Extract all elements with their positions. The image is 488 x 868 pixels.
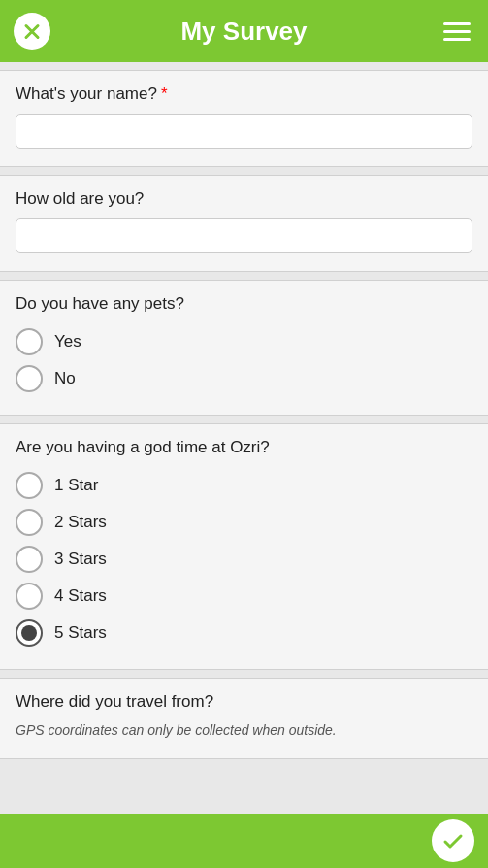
question-travel: Where did you travel from? GPS coordinat… (0, 678, 488, 759)
pets-option-yes[interactable]: Yes (16, 323, 472, 360)
required-indicator: * (161, 84, 168, 103)
pets-radio-no[interactable] (16, 365, 43, 392)
question-name: What's your name?* (0, 70, 488, 167)
question-ozri: Are you having a god time at Ozri? 1 Sta… (0, 423, 488, 670)
pets-no-label: No (54, 369, 76, 388)
age-input[interactable] (16, 218, 472, 253)
app-header: My Survey (0, 0, 488, 62)
footer-bar (0, 814, 488, 868)
name-input[interactable] (16, 114, 472, 149)
ozri-3stars-label: 3 Stars (54, 550, 107, 569)
ozri-radio-1star[interactable] (16, 472, 43, 499)
submit-button[interactable] (432, 819, 474, 862)
ozri-radio-4stars[interactable] (16, 583, 43, 610)
question-age-label: How old are you? (16, 189, 472, 209)
ozri-radio-2stars[interactable] (16, 509, 43, 536)
hamburger-line-3 (443, 38, 471, 41)
question-pets-label: Do you have any pets? (16, 294, 472, 314)
ozri-5stars-label: 5 Stars (54, 623, 107, 643)
ozri-4stars-label: 4 Stars (54, 586, 107, 606)
hamburger-line-2 (443, 30, 471, 33)
question-travel-label: Where did you travel from? (16, 692, 472, 712)
gps-note: GPS coordinates can only be collected wh… (16, 721, 472, 741)
ozri-option-5stars[interactable]: 5 Stars (16, 615, 472, 651)
pets-yes-label: Yes (54, 332, 81, 351)
hamburger-line-1 (443, 22, 471, 25)
ozri-option-3stars[interactable]: 3 Stars (16, 541, 472, 578)
survey-content: What's your name?* How old are you? Do y… (0, 62, 488, 814)
ozri-radio-5stars[interactable] (16, 619, 43, 647)
question-name-label: What's your name? (16, 84, 157, 103)
pets-option-no[interactable]: No (16, 360, 472, 397)
ozri-radio-3stars[interactable] (16, 546, 43, 573)
question-age: How old are you? (0, 175, 488, 272)
menu-button[interactable] (439, 18, 474, 45)
page-title: My Survey (180, 17, 307, 47)
question-ozri-label: Are you having a god time at Ozri? (16, 438, 472, 457)
ozri-option-4stars[interactable]: 4 Stars (16, 578, 472, 615)
question-pets: Do you have any pets? Yes No (0, 280, 488, 416)
pets-radio-yes[interactable] (16, 328, 43, 355)
close-button[interactable] (14, 13, 50, 50)
ozri-option-2stars[interactable]: 2 Stars (16, 504, 472, 541)
checkmark-icon (441, 829, 465, 852)
ozri-1star-label: 1 Star (54, 476, 98, 495)
ozri-2stars-label: 2 Stars (54, 513, 107, 532)
ozri-option-1star[interactable]: 1 Star (16, 467, 472, 504)
